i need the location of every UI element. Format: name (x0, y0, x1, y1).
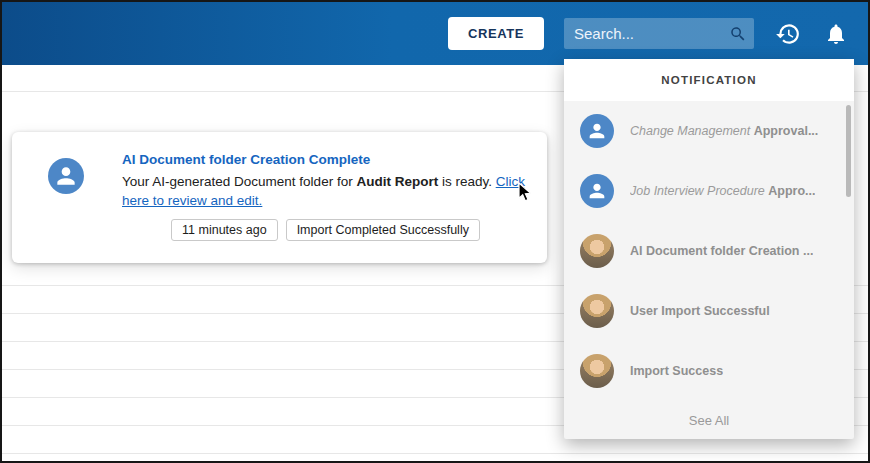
bell-icon[interactable] (822, 20, 850, 48)
scrollbar-thumb[interactable] (846, 105, 851, 197)
notification-item-subject: Change Management (630, 124, 754, 138)
magnifier-glyph (729, 25, 747, 43)
notification-item[interactable]: Import Success (564, 341, 854, 401)
user-photo-avatar (580, 294, 614, 328)
notification-item-action: User Import Successful (630, 304, 770, 318)
top-navbar: CREATE (2, 2, 868, 65)
notification-item[interactable]: Change Management Approval... (564, 101, 854, 161)
history-glyph (775, 21, 801, 47)
app-window: CREATE (0, 0, 870, 463)
user-photo-avatar (580, 234, 614, 268)
notification-dropdown: NOTIFICATION Change Management Approval.… (564, 59, 854, 439)
timestamp-chip: 11 minutes ago (171, 219, 278, 241)
notification-item-text: Change Management Approval... (630, 124, 818, 138)
notification-item-action: Import Success (630, 364, 723, 378)
toast-title: AI Document folder Creation Complete (122, 152, 529, 167)
notification-item-subject: Job Interview Procedure (630, 184, 768, 198)
person-icon (53, 163, 79, 189)
notification-item[interactable]: User Import Successful (564, 281, 854, 341)
notification-item-text: Job Interview Procedure Appro... (630, 184, 815, 198)
notification-item-action: Appro... (768, 184, 815, 198)
notification-item-text: User Import Successful (630, 304, 770, 318)
toast-body: AI Document folder Creation Complete You… (122, 152, 529, 251)
notification-panel-title: NOTIFICATION (564, 59, 854, 101)
search-input[interactable] (564, 25, 722, 42)
toast-text-bold: Audit Report (356, 174, 438, 189)
avatar (580, 114, 614, 148)
notification-item[interactable]: Job Interview Procedure Appro... (564, 161, 854, 221)
notification-item[interactable]: AI Document folder Creation ... (564, 221, 854, 281)
toast-message: Your AI-generated Document folder for Au… (122, 172, 529, 210)
notification-item-action: Approval... (754, 124, 819, 138)
search-icon[interactable] (722, 18, 754, 49)
search-box[interactable] (564, 18, 754, 49)
notification-item-text: AI Document folder Creation ... (630, 244, 813, 258)
notification-item-action: AI Document folder Creation ... (630, 244, 813, 258)
status-chip: Import Completed Successfully (286, 219, 480, 241)
history-icon[interactable] (774, 20, 802, 48)
toast-text-prefix: Your AI-generated Document folder for (122, 174, 356, 189)
bell-glyph (824, 22, 848, 46)
avatar (48, 158, 84, 194)
see-all-link[interactable]: See All (564, 401, 854, 439)
toast-text-mid: is ready. (438, 174, 496, 189)
notification-toast[interactable]: AI Document folder Creation Complete You… (12, 132, 547, 263)
notification-list: Change Management Approval... Job Interv… (564, 101, 854, 401)
user-photo-avatar (580, 354, 614, 388)
create-button[interactable]: CREATE (448, 17, 544, 50)
toast-chips: 11 minutes ago Import Completed Successf… (122, 219, 529, 241)
person-icon (586, 180, 608, 202)
notification-item-text: Import Success (630, 364, 723, 378)
person-icon (586, 120, 608, 142)
avatar (580, 174, 614, 208)
